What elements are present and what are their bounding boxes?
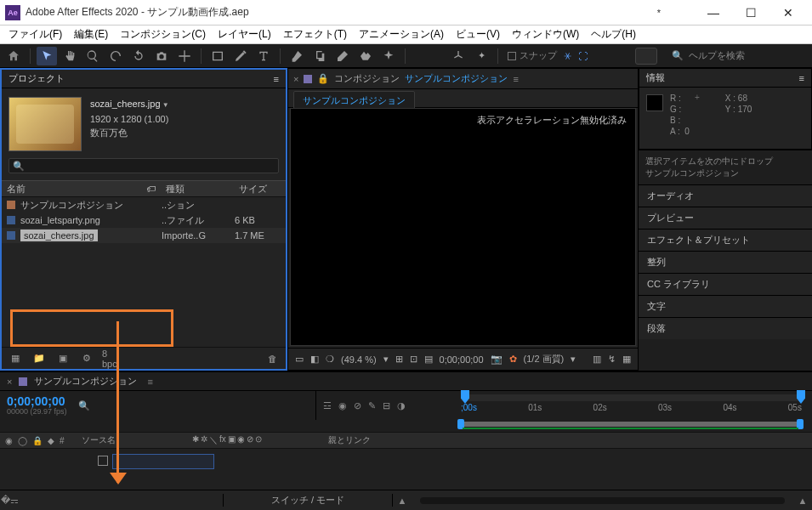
panel-char[interactable]: 文字 (639, 295, 812, 317)
project-tab[interactable]: プロジェクト (9, 72, 65, 85)
work-area-start-handle[interactable] (457, 419, 464, 429)
panel-menu-icon[interactable]: ≡ (274, 74, 279, 84)
timeline-ruler[interactable]: ;00s01s02s03s04s05s (456, 391, 812, 420)
window-minimize-button[interactable]: — (695, 1, 732, 25)
rotate-tool[interactable] (128, 47, 149, 65)
work-area-bar[interactable] (463, 422, 798, 427)
comp-tab-close-icon[interactable]: × (293, 74, 298, 84)
tl-frameblend-icon[interactable]: ◉ (338, 400, 347, 411)
interpret-footage-button[interactable]: ▦ (7, 351, 24, 366)
home-button[interactable] (3, 47, 24, 65)
bpc-button[interactable]: 8 bpc (102, 351, 119, 366)
mesh-tool[interactable]: ✦ (471, 47, 491, 65)
composition-viewer[interactable]: 表示アクセラレーション無効化済み (290, 108, 636, 346)
zoom-value[interactable]: (49.4 %) (341, 354, 377, 365)
tl-draft-icon[interactable]: ◑ (397, 400, 406, 411)
panel-menu-icon[interactable]: ≡ (147, 377, 152, 387)
tl-shy-icon[interactable]: ☲ (323, 400, 332, 411)
guides-icon[interactable]: ⊡ (410, 354, 417, 365)
snap-options-icon[interactable]: ⚹ (564, 50, 571, 61)
panel-cclib[interactable]: CC ライブラリ (639, 273, 812, 295)
work-area-end-handle[interactable] (797, 419, 803, 429)
selection-tool[interactable] (37, 47, 57, 65)
tl-mb-icon[interactable]: ⊘ (354, 400, 361, 411)
source-name-column[interactable]: ソース名 (77, 434, 187, 446)
menu-layer[interactable]: レイヤー(L) (213, 26, 276, 43)
timeline-layers-area[interactable] (0, 449, 812, 490)
project-row-file-selected[interactable]: sozai_cheers.jpg Importe..G 1.7 ME (2, 228, 286, 243)
panel-effects[interactable]: エフェクト＆プリセット (639, 229, 812, 251)
project-row-file[interactable]: sozai_letsparty.png ..ファイル 6 KB (2, 212, 286, 228)
project-row-composition[interactable]: サンプルコンポジション ..ション (2, 197, 286, 212)
footage-dropdown-icon[interactable] (161, 99, 169, 109)
axis-tool[interactable] (448, 47, 468, 65)
exposure-icon[interactable]: ▥ (593, 354, 601, 365)
menu-composition[interactable]: コンポジション(C) (115, 26, 211, 43)
tl-3d-icon[interactable]: ⊟ (383, 400, 390, 411)
snap-bounds-icon[interactable]: ⛶ (578, 51, 588, 61)
menu-edit[interactable]: 編集(E) (69, 26, 113, 43)
timeline-zoom-in[interactable]: ▲ (793, 496, 812, 506)
orbit-tool[interactable] (105, 47, 126, 65)
panel-menu-icon[interactable]: ≡ (513, 74, 518, 84)
rectangle-tool[interactable] (207, 47, 228, 65)
help-search[interactable]: 🔍 ヘルプを検索 (667, 49, 809, 62)
panel-menu-icon[interactable]: ≡ (799, 73, 804, 83)
brush-tool[interactable] (287, 47, 307, 65)
info-tab[interactable]: 情報 (646, 71, 665, 84)
type-tool[interactable] (253, 47, 274, 65)
eye-column-icon[interactable]: ◉ (5, 436, 13, 445)
timeline-zoom-slider[interactable] (420, 497, 785, 504)
color-mgmt-icon[interactable]: ✿ (509, 354, 517, 365)
zoom-tool[interactable] (82, 47, 103, 65)
snapshot-icon[interactable]: 📷 (491, 354, 503, 365)
alpha-icon[interactable]: ◧ (310, 354, 319, 365)
timeline-tab-name[interactable]: サンプルコンポジション (34, 375, 137, 388)
parent-link-column[interactable]: 親とリンク (323, 434, 442, 446)
chevron-down-icon[interactable]: ▾ (383, 354, 389, 365)
solo-column-icon[interactable]: ◯ (18, 436, 27, 445)
timeline-tab-close-icon[interactable]: × (7, 377, 12, 387)
comp-flow-icon[interactable]: ↯ (608, 354, 616, 365)
magnification-icon[interactable]: ▭ (295, 354, 304, 365)
roto-tool[interactable] (355, 47, 376, 65)
menu-window[interactable]: ウィンドウ(W) (507, 26, 584, 43)
timeline-search[interactable]: 🔍 (76, 399, 93, 412)
footage-thumbnail[interactable] (9, 97, 82, 151)
channels-icon[interactable]: ▤ (424, 354, 433, 365)
new-comp-button[interactable]: ▣ (54, 351, 71, 366)
menu-help[interactable]: ヘルプ(H) (586, 26, 641, 43)
menu-animation[interactable]: アニメーション(A) (354, 26, 449, 43)
layer-drop-checkbox[interactable] (98, 456, 108, 466)
hand-tool[interactable] (60, 47, 80, 65)
playhead[interactable] (461, 390, 469, 404)
tl-graph-icon[interactable]: ✎ (368, 400, 376, 411)
new-folder-button[interactable]: 📁 (31, 351, 48, 366)
panel-para[interactable]: 段落 (639, 317, 812, 339)
resolution-icon[interactable]: ⊞ (395, 354, 403, 365)
index-column-icon[interactable]: # (60, 436, 65, 445)
workspace-switcher[interactable] (635, 48, 657, 65)
eraser-tool[interactable] (332, 47, 353, 65)
pen-tool[interactable] (230, 47, 251, 65)
quality-value[interactable]: (1/2 画質) (524, 353, 565, 366)
toggle-switches-button[interactable]: �⚎ (0, 495, 19, 506)
clone-tool[interactable] (309, 47, 330, 65)
menu-view[interactable]: ビュー(V) (451, 26, 505, 43)
label-column-icon[interactable]: ◆ (48, 436, 54, 445)
delete-button[interactable]: 🗑 (264, 351, 281, 366)
panel-audio[interactable]: オーディオ (639, 184, 812, 207)
panel-preview[interactable]: プレビュー (639, 207, 812, 229)
work-area-end[interactable] (797, 390, 805, 404)
lock-column-icon[interactable]: 🔒 (32, 436, 43, 445)
viewer-time[interactable]: 0;00;00;00 (440, 354, 484, 365)
timeline-zoom-out[interactable]: ▲ (393, 496, 412, 506)
snap-toggle[interactable]: スナップ ⚹ ⛶ (508, 49, 588, 62)
project-settings-button[interactable]: ⚙ (78, 351, 95, 366)
view-layout-icon[interactable]: ▦ (622, 354, 631, 365)
switches-modes-toggle[interactable]: スイッチ / モード (223, 494, 393, 507)
window-maximize-button[interactable]: ☐ (732, 1, 769, 25)
camera-tool[interactable] (151, 47, 172, 65)
puppet-tool[interactable] (378, 47, 399, 65)
menu-file[interactable]: ファイル(F) (3, 26, 67, 43)
